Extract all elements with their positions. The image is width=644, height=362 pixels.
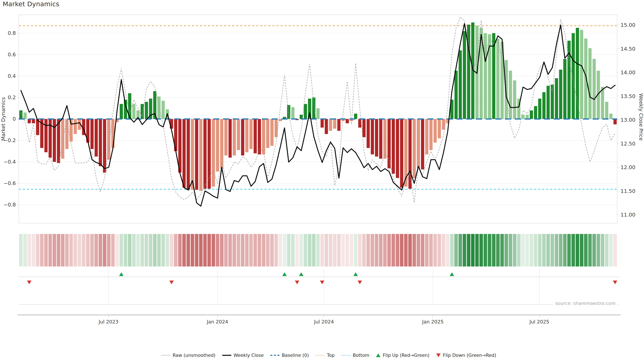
heatmap-cell (254, 234, 257, 267)
dynamics-bar (530, 110, 533, 119)
legend-bottom-icon (341, 355, 350, 356)
y-tick-label-left: 0.4 (8, 73, 16, 79)
heatmap-cell (312, 234, 316, 267)
dynamics-bar (379, 119, 382, 159)
heatmap-cell (174, 234, 178, 267)
dynamics-bar (509, 71, 512, 119)
heatmap-cell (249, 234, 253, 267)
heatmap-cell (220, 234, 224, 267)
heatmap-cell (74, 234, 77, 267)
heatmap-cell (388, 234, 391, 267)
dynamics-bar (366, 119, 370, 148)
dynamics-bar (337, 119, 340, 131)
flip-up-marker (282, 272, 286, 276)
heatmap-cell (467, 234, 470, 267)
dynamics-bar (388, 119, 391, 168)
heatmap-cell (362, 234, 366, 267)
legend-tri-down-icon (436, 354, 440, 357)
heatmap-cell (199, 234, 202, 267)
heatmap-cell (613, 234, 617, 267)
heatmap-cell (48, 234, 52, 267)
heatmap-cell (538, 234, 542, 267)
dynamics-bar (333, 119, 336, 129)
heatmap-cell (324, 234, 328, 267)
heatmap-cell (371, 234, 374, 267)
heatmap-cell (98, 234, 102, 267)
heatmap-cell (480, 234, 483, 267)
legend-item: Weekly Close (222, 353, 264, 358)
dynamics-bar (421, 119, 424, 169)
heatmap-cell (166, 234, 169, 267)
dynamics-bar (325, 119, 328, 134)
dynamics-bar (605, 102, 608, 119)
heatmap-cell (416, 234, 420, 267)
y-tick-label-right: 11.00 (620, 212, 636, 218)
heatmap-cell (463, 234, 466, 267)
legend-label: Top (327, 353, 335, 358)
dynamics-bar (425, 119, 428, 154)
heatmap-cell (19, 234, 23, 267)
dynamics-bar (354, 114, 357, 119)
dynamics-bar (120, 104, 123, 119)
dynamics-bar (216, 119, 219, 172)
heatmap-cell (57, 234, 60, 267)
dynamics-bar (32, 119, 35, 123)
dynamics-bar (459, 50, 462, 119)
dynamics-bar (74, 119, 77, 134)
heatmap-cell (559, 234, 562, 267)
heatmap-cell (283, 234, 286, 267)
heatmap-cell (605, 234, 608, 267)
dynamics-bar (274, 119, 278, 137)
heatmap-cell (425, 234, 428, 267)
dynamics-bar (44, 119, 48, 152)
dynamics-bar (53, 119, 56, 162)
heatmap-cell (308, 234, 312, 267)
y-tick-label-right: 13.00 (620, 117, 636, 123)
heatmap-cell (258, 234, 261, 267)
heatmap-cell (237, 234, 240, 267)
dynamics-bar (563, 59, 566, 119)
flip-down-marker (170, 281, 174, 284)
dynamics-bar (300, 115, 303, 119)
y-tick-label-left: 0.8 (8, 30, 16, 36)
dynamics-bar (551, 85, 554, 119)
dynamics-bar (375, 119, 378, 157)
dynamics-bar (254, 119, 257, 153)
flip-down-marker (613, 281, 617, 284)
heatmap-cell (517, 234, 520, 267)
dynamics-bar (592, 59, 596, 119)
heatmap-cell (400, 234, 404, 267)
heatmap-cell (504, 234, 508, 267)
heatmap-cell (596, 234, 600, 267)
heatmap-cell (500, 234, 504, 267)
heatmap-cell (412, 234, 416, 267)
dynamics-bar (467, 25, 470, 119)
legend-tri-up-icon (376, 354, 380, 357)
heatmap-cell (341, 234, 345, 267)
heatmap-cell (241, 234, 244, 267)
right-axis-title: Weekly Close Price (638, 93, 644, 141)
heatmap-cell (203, 234, 207, 267)
heatmap-cell (274, 234, 278, 267)
heatmap-cell (107, 234, 110, 267)
heatmap-cell (392, 234, 395, 267)
dynamics-bar (245, 119, 248, 152)
dynamics-bar (291, 107, 294, 119)
legend-baseline-icon (270, 355, 280, 356)
legend-top-icon (316, 355, 325, 356)
heatmap-cell (375, 234, 378, 267)
heatmap-cell (216, 234, 219, 267)
heatmap-cell (526, 234, 529, 267)
heatmap-cell (278, 234, 282, 267)
dynamics-bar (212, 119, 215, 187)
y-tick-label-right: 15.00 (620, 22, 636, 28)
flip-down-marker (295, 281, 299, 284)
heatmap-cell (542, 234, 546, 267)
heatmap-cell (170, 234, 173, 267)
source-note: source: sharemaestro.com (554, 301, 617, 306)
dynamics-bar (90, 119, 94, 149)
dynamics-bar (442, 119, 445, 130)
heatmap-cell (120, 234, 123, 267)
legend-item: Flip Down (Green→Red) (436, 353, 496, 358)
dynamics-bar (103, 119, 106, 173)
